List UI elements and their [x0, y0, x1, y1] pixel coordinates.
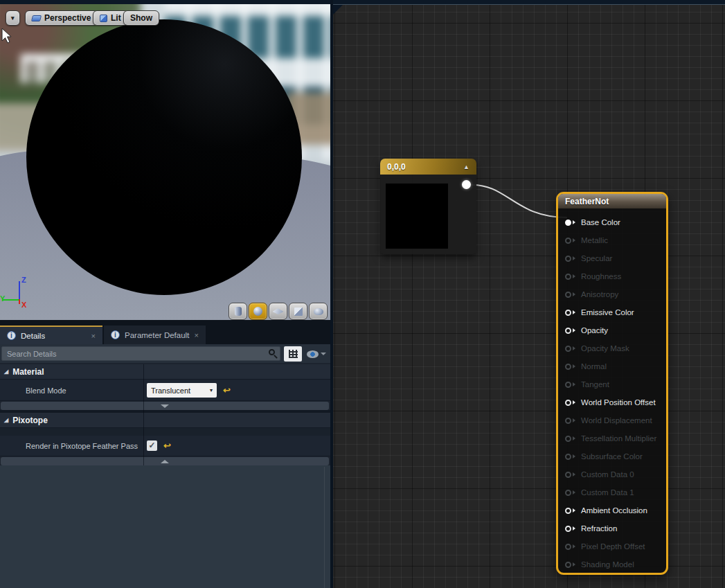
close-icon[interactable]: ×: [91, 332, 96, 340]
section-title: Pixotope: [12, 416, 48, 425]
pin-label: Anisotropy: [581, 290, 618, 299]
section-header-pixotope[interactable]: ◢ Pixotope: [0, 413, 330, 428]
pin-emissive-color[interactable]: Emissive Color: [565, 303, 666, 321]
preview-shape-buttons: [229, 303, 328, 320]
material-graph-canvas[interactable]: 0,0,0 ▲ FeatherNot Base ColorMetallicSpe…: [333, 4, 725, 588]
info-icon: i: [7, 331, 16, 340]
advanced-expander-up[interactable]: [1, 457, 329, 465]
pin-wedge-icon: [573, 256, 575, 260]
z-axis-label: Z: [21, 276, 26, 284]
pin-specular: Specular: [565, 249, 666, 267]
tab-details[interactable]: i Details ×: [0, 326, 102, 344]
pin-wedge-icon: [573, 400, 575, 404]
material-node-title: FeatherNot: [565, 197, 609, 206]
preview-shape-plane-button[interactable]: [269, 303, 287, 320]
eye-icon: [307, 350, 319, 358]
pin-circle-icon[interactable]: [565, 508, 571, 514]
pin-metallic: Metallic: [565, 231, 666, 249]
cylinder-icon: [235, 307, 242, 316]
feather-pass-checkbox[interactable]: ✓: [147, 440, 157, 451]
graph-corner-fold: [333, 5, 343, 15]
details-search-row: [0, 344, 330, 363]
pin-circle-icon[interactable]: [565, 400, 571, 406]
constant-color-node[interactable]: 0,0,0 ▲: [380, 159, 476, 254]
blend-mode-dropdown[interactable]: Translucent ▾: [147, 383, 217, 398]
pin-label: Base Color: [581, 218, 620, 226]
pin-wedge-icon: [573, 274, 575, 278]
caret-down-icon: [321, 353, 326, 355]
pin-circle-icon: [565, 490, 571, 496]
caret-down-icon: ▾: [11, 15, 15, 21]
viewport-options-dropdown[interactable]: ▾: [6, 10, 20, 26]
collapse-up-icon[interactable]: ▲: [463, 163, 469, 170]
pin-wedge-icon: [573, 436, 575, 440]
pin-label: Normal: [581, 362, 607, 371]
pin-label: Emissive Color: [581, 308, 634, 317]
z-axis-line: [19, 281, 20, 301]
pin-wedge-icon: [573, 508, 575, 513]
pin-wedge-icon: [573, 310, 575, 314]
pin-circle-icon[interactable]: [565, 526, 571, 532]
pin-subsurface-color: Subsurface Color: [565, 447, 666, 465]
tab-parameter-defaults[interactable]: i Parameter Defaults ×: [104, 326, 206, 344]
perspective-button[interactable]: Perspective: [25, 10, 98, 26]
constant-node-title-bar[interactable]: 0,0,0 ▲: [380, 159, 476, 175]
pin-circle-icon: [565, 418, 571, 424]
blend-mode-row: Blend Mode Translucent ▾ ↩: [0, 380, 330, 401]
view-options-button[interactable]: [305, 346, 328, 362]
property-matrix-button[interactable]: [284, 346, 302, 362]
pin-circle-icon: [565, 454, 571, 460]
pin-opacity[interactable]: Opacity: [565, 321, 666, 339]
constant-node-output-pin[interactable]: [462, 180, 471, 189]
advanced-expander-down[interactable]: [1, 402, 329, 410]
pin-wedge-icon: [573, 490, 575, 495]
pin-normal: Normal: [565, 357, 666, 375]
details-scrollbar[interactable]: [324, 467, 325, 588]
pin-label: World Displacement: [581, 416, 652, 425]
cube-icon: [294, 308, 303, 316]
pin-circle-icon: [565, 274, 571, 280]
pin-circle-icon[interactable]: [565, 328, 571, 334]
section-header-material[interactable]: ◢ Material: [0, 364, 330, 380]
pin-circle-icon: [565, 544, 571, 550]
material-output-node[interactable]: FeatherNot Base ColorMetallicSpecularRou…: [556, 192, 668, 575]
pin-wedge-icon: [573, 220, 575, 224]
pin-circle-icon: [565, 472, 571, 478]
pin-refraction[interactable]: Refraction: [565, 519, 666, 537]
pin-wedge-icon: [573, 526, 575, 531]
lit-label: Lit: [111, 13, 121, 23]
pin-wedge-icon: [573, 238, 575, 242]
preview-shape-cube-button[interactable]: [289, 303, 307, 320]
material-node-title-bar[interactable]: FeatherNot: [558, 194, 666, 208]
details-empty-area: [0, 465, 330, 588]
perspective-label: Perspective: [44, 13, 91, 23]
search-input[interactable]: [1, 346, 280, 361]
feather-pass-label: Render in Pixotope Feather Pass: [0, 442, 138, 450]
pin-opacity-mask: Opacity Mask: [565, 339, 666, 357]
pin-circle-icon[interactable]: [565, 220, 571, 226]
reset-to-default-icon[interactable]: ↩: [223, 385, 231, 395]
material-preview-viewport[interactable]: ▾ Perspective Lit Show Z Y X: [0, 4, 330, 320]
feather-pass-row: Render in Pixotope Feather Pass ✓ ↩: [0, 436, 330, 456]
column-divider[interactable]: [143, 364, 144, 465]
teapot-icon: [314, 308, 323, 315]
pin-world-position-offset[interactable]: World Position Offset: [565, 393, 666, 411]
show-menu-button[interactable]: Show: [123, 10, 159, 26]
pin-label: Custom Data 1: [581, 488, 634, 497]
reset-to-default-icon[interactable]: ↩: [163, 440, 171, 451]
preview-shape-sphere-button[interactable]: [249, 303, 267, 320]
pin-roughness: Roughness: [565, 267, 666, 285]
close-icon[interactable]: ×: [195, 331, 199, 339]
pin-label: Ambient Occlusion: [581, 506, 647, 515]
pin-circle-icon[interactable]: [565, 310, 571, 316]
pin-base-color[interactable]: Base Color: [565, 213, 666, 231]
pin-ambient-occlusion[interactable]: Ambient Occlusion: [565, 501, 666, 519]
grid-icon: [289, 350, 298, 358]
preview-sphere-mesh[interactable]: [26, 19, 302, 295]
preview-shape-cylinder-button[interactable]: [229, 303, 247, 320]
x-axis-label: X: [21, 301, 26, 309]
preview-shape-teapot-button[interactable]: [309, 303, 328, 320]
row-gap: [0, 428, 330, 436]
pin-label: Subsurface Color: [581, 452, 643, 461]
y-axis-label: Y: [0, 294, 5, 303]
